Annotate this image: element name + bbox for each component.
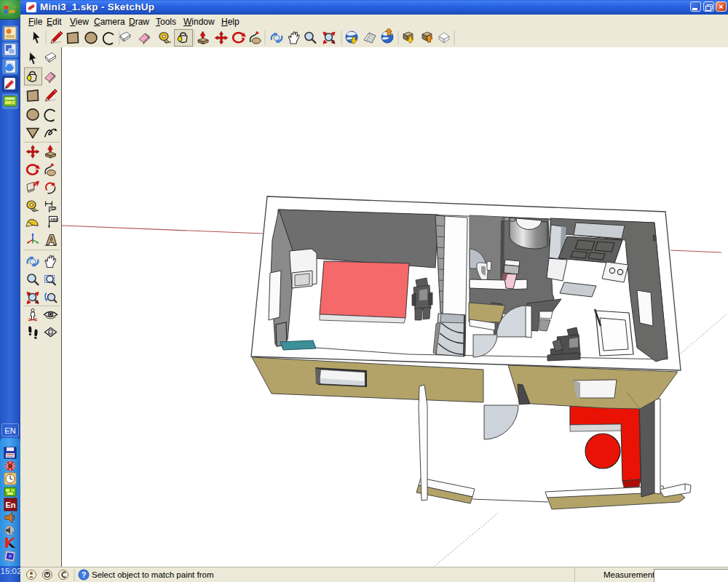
svg-text:En: En bbox=[5, 501, 15, 509]
svg-text:?: ? bbox=[82, 570, 87, 579]
